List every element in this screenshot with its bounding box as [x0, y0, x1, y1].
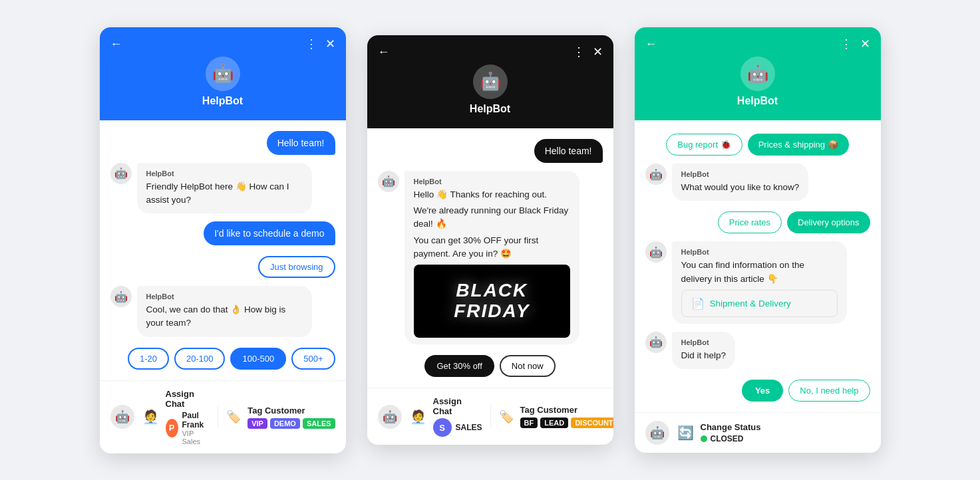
chat-widget-dark: ← ⋮ ✕ 🤖 HelpBot Hello team! 🤖 HelpBot He… [367, 35, 613, 445]
bot-avatar-green: 🤖 [740, 57, 775, 91]
bot-sender-2-green: HelpBot [681, 248, 838, 256]
qr-get-30-off[interactable]: Get 30% off [424, 355, 494, 377]
header-nav-dark: ← ⋮ ✕ [378, 46, 603, 58]
close-button-green[interactable]: ✕ [860, 38, 870, 50]
bot-name-blue: HelpBot [202, 95, 243, 107]
menu-button-green[interactable]: ⋮ [840, 38, 852, 50]
tag-badges-blue: VIP DEMO SALES [247, 418, 335, 429]
assign-icon-dark: 🧑‍💼 [410, 409, 426, 425]
qr-not-now[interactable]: Not now [500, 355, 556, 377]
status-value-green: CLOSED [711, 434, 744, 443]
assign-person-row-dark: S SALES [433, 418, 482, 437]
header-nav-right-blue: ⋮ ✕ [305, 38, 335, 50]
qr-1-20[interactable]: 1-20 [128, 348, 169, 370]
back-button-blue[interactable]: ← [110, 38, 122, 50]
quick-replies-team-size: 1-20 20-100 100-500 500+ [110, 348, 335, 370]
bot-name-dark: HelpBot [470, 103, 510, 115]
close-button-dark[interactable]: ✕ [593, 46, 603, 58]
chip-replies-green: Bug report 🐞 Prices & shipping 📦 [645, 134, 870, 156]
qr-just-browsing[interactable]: Just browsing [258, 256, 335, 278]
bot-sender-1-dark: HelpBot [414, 178, 571, 185]
qr-500-plus[interactable]: 500+ [291, 348, 335, 370]
menu-button-blue[interactable]: ⋮ [305, 38, 317, 50]
status-label-green: Change Status [701, 422, 761, 432]
bot-avatar-msg-2-blue: 🤖 [110, 286, 132, 307]
bot-msg-row-2-blue: 🤖 HelpBot Cool, we can do that 👌 How big… [110, 286, 335, 337]
bot-name-green: HelpBot [737, 95, 778, 107]
footer-status-section-green: 🔄 Change Status CLOSED [677, 422, 870, 443]
close-button-blue[interactable]: ✕ [325, 38, 335, 50]
bot-msg-content-1-green: HelpBot What would you like to know? [672, 164, 809, 201]
bot-avatar-dark: 🤖 [473, 64, 508, 99]
qr-20-100[interactable]: 20-100 [174, 348, 225, 370]
bot-avatar-msg-1-dark: 🤖 [378, 171, 399, 192]
footer-bot-icon-dark: 🤖 [378, 405, 402, 429]
back-button-dark[interactable]: ← [378, 46, 390, 58]
chat-widget-green: ← ⋮ ✕ 🤖 HelpBot Bug report 🐞 Prices & sh… [635, 27, 881, 453]
menu-button-dark[interactable]: ⋮ [573, 46, 585, 58]
tag-sales-blue: SALES [303, 418, 335, 429]
header-nav-blue: ← ⋮ ✕ [110, 38, 335, 50]
chat-body-dark: Hello team! 🤖 HelpBot Hello 👋 Thanks for… [367, 128, 613, 388]
bot-avatar-msg-2-green: 🤖 [645, 241, 667, 263]
bot-text-2-blue: Cool, we can do that 👌 How big is your t… [146, 303, 303, 330]
status-value-row: CLOSED [701, 434, 761, 443]
header-nav-green: ← ⋮ ✕ [645, 38, 870, 50]
footer-tag-action-blue: Tag Customer VIP DEMO SALES [247, 406, 335, 429]
assign-icon-blue: 🧑‍💼 [142, 409, 159, 425]
header-nav-right-green: ⋮ ✕ [840, 38, 870, 50]
quick-replies-dark: Get 30% off Not now [378, 355, 603, 377]
chat-body-blue: Hello team! 🤖 HelpBot Friendly HelpBot h… [100, 120, 346, 380]
header-nav-right-dark: ⋮ ✕ [573, 46, 603, 58]
qr-100-500[interactable]: 100-500 [230, 348, 286, 370]
quick-replies-browsing: Just browsing [110, 256, 335, 278]
footer-assign-action-blue: Assign Chat P Paul Frank VIP Sales [166, 389, 210, 445]
qr-price-rates[interactable]: Price rates [718, 211, 782, 233]
bot-msg-content-1-dark: HelpBot Hello 👋 Thanks for reaching out.… [405, 171, 580, 344]
assign-person-name: Paul Frank [182, 411, 210, 429]
bot-msg-content-3-green: HelpBot Did it help? [672, 332, 736, 369]
chat-header-dark: ← ⋮ ✕ 🤖 HelpBot [367, 35, 613, 128]
bot-sender-2-blue: HelpBot [146, 293, 303, 300]
footer-bot-icon-blue: 🤖 [110, 405, 134, 429]
tag-icon-blue: 🏷️ [226, 410, 241, 424]
tag-vip-blue: VIP [247, 418, 267, 429]
bot-msg-content-2-blue: HelpBot Cool, we can do that 👌 How big i… [137, 286, 313, 337]
qr-no-help[interactable]: No, I need help [788, 380, 870, 402]
chat-widget-blue: ← ⋮ ✕ 🤖 HelpBot Hello team! 🤖 HelpBot Fr… [100, 27, 346, 453]
tag-lead-dark: LEAD [540, 418, 568, 428]
qr-delivery-options[interactable]: Delivery options [787, 211, 870, 233]
bot-msg-row-1-green: 🤖 HelpBot What would you like to know? [645, 164, 870, 201]
bot-msg-row-1-dark: 🤖 HelpBot Hello 👋 Thanks for reaching ou… [378, 171, 603, 344]
tag-demo-blue: DEMO [270, 418, 300, 429]
article-link-label: Shipment & Delivery [710, 299, 791, 308]
chat-footer-blue: 🤖 🧑‍💼 Assign Chat P Paul Frank VIP Sales… [100, 380, 346, 453]
footer-tag-section-dark: 🏷️ Tag Customer BF LEAD DISCOUNT [490, 405, 613, 428]
bot-avatar-msg-1-blue: 🤖 [110, 163, 132, 184]
footer-assign-section-dark: 🧑‍💼 Assign Chat S SALES [410, 396, 482, 437]
quick-replies-green-opts: Price rates Delivery options [645, 211, 870, 233]
tag-discount-dark: DISCOUNT [571, 418, 613, 428]
bot-msg-row-1-blue: 🤖 HelpBot Friendly HelpBot here 👋 How ca… [110, 163, 335, 214]
qr-yes[interactable]: Yes [742, 380, 783, 402]
user-msg-hello-dark: Hello team! [534, 139, 603, 163]
status-change-icon-green: 🔄 [677, 425, 694, 441]
footer-assign-action-dark: Assign Chat S SALES [433, 396, 482, 437]
tag-label-dark: Tag Customer [520, 405, 613, 415]
assign-person-role: VIP Sales [182, 429, 210, 445]
assign-person-name-dark: SALES [456, 423, 482, 432]
bot-text-1-blue: Friendly HelpBot here 👋 How can I assist… [146, 180, 303, 207]
bot-sender-3-green: HelpBot [681, 338, 727, 346]
assign-person-row: P Paul Frank VIP Sales [166, 411, 210, 445]
qr-prices-shipping[interactable]: Prices & shipping 📦 [748, 134, 849, 156]
back-button-green[interactable]: ← [645, 38, 657, 50]
assign-person-info: Paul Frank VIP Sales [182, 411, 210, 445]
chat-header-green: ← ⋮ ✕ 🤖 HelpBot [635, 27, 881, 120]
article-link-shipment[interactable]: 📄 Shipment & Delivery [681, 290, 838, 317]
quick-replies-yes-no: Yes No, I need help [645, 380, 870, 402]
footer-tag-action-dark: Tag Customer BF LEAD DISCOUNT [520, 405, 613, 428]
chat-footer-green: 🤖 🔄 Change Status CLOSED [635, 412, 881, 453]
qr-bug-report[interactable]: Bug report 🐞 [666, 134, 742, 156]
assign-avatar-blue: P [166, 419, 178, 437]
tag-icon-dark: 🏷️ [499, 410, 514, 424]
